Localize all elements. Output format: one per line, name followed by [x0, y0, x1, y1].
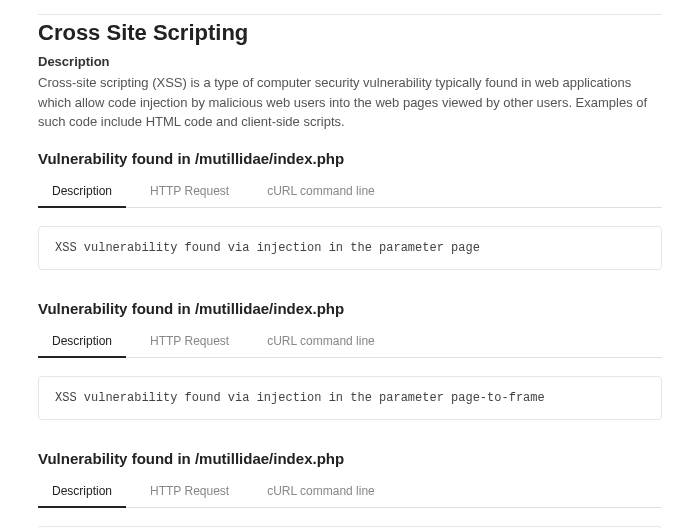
tab-description[interactable]: Description [38, 327, 126, 357]
vulnerability-heading: Vulnerability found in /mutillidae/index… [38, 300, 662, 317]
vulnerability-content: XSS vulnerability found via injection in… [38, 376, 662, 420]
tab-curl[interactable]: cURL command line [253, 177, 389, 207]
tab-curl[interactable]: cURL command line [253, 477, 389, 507]
description-label: Description [38, 54, 662, 69]
vulnerability-block: Vulnerability found in /mutillidae/index… [38, 150, 662, 270]
tab-description[interactable]: Description [38, 177, 126, 207]
tab-bar: Description HTTP Request cURL command li… [38, 477, 662, 508]
tab-bar: Description HTTP Request cURL command li… [38, 327, 662, 358]
vulnerability-block: Vulnerability found in /mutillidae/index… [38, 450, 662, 529]
tab-http-request[interactable]: HTTP Request [136, 177, 243, 207]
tab-curl[interactable]: cURL command line [253, 327, 389, 357]
vulnerability-block: Vulnerability found in /mutillidae/index… [38, 300, 662, 420]
page-title: Cross Site Scripting [38, 14, 662, 46]
tab-http-request[interactable]: HTTP Request [136, 477, 243, 507]
description-text: Cross-site scripting (XSS) is a type of … [38, 73, 662, 132]
tab-http-request[interactable]: HTTP Request [136, 327, 243, 357]
vulnerability-heading: Vulnerability found in /mutillidae/index… [38, 150, 662, 167]
vulnerability-heading: Vulnerability found in /mutillidae/index… [38, 450, 662, 467]
tab-description[interactable]: Description [38, 477, 126, 507]
tab-bar: Description HTTP Request cURL command li… [38, 177, 662, 208]
vulnerability-content: XSS vulnerability found via injection in… [38, 226, 662, 270]
